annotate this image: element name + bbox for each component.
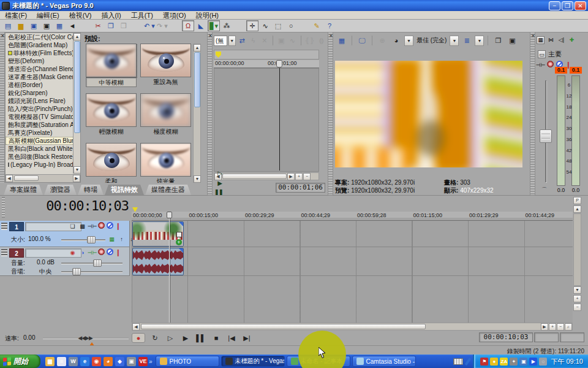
solo-icon[interactable]: ❙ <box>115 248 121 256</box>
stop-button[interactable]: ■ <box>211 333 222 343</box>
effect-list-item[interactable]: 飽和度調整(Saturation A <box>6 121 74 129</box>
audio-event-clip[interactable] <box>132 248 184 275</box>
sep[interactable] <box>130 20 143 31</box>
menu-item[interactable]: 選項(O) <box>158 11 191 20</box>
mute-icon[interactable] <box>107 248 113 255</box>
effect-list-item[interactable]: 陷入/突出(Pinch/Punch) <box>6 105 74 113</box>
go-to-start-button[interactable]: |◀ <box>226 333 237 343</box>
chevron-icon[interactable]: » <box>149 358 153 365</box>
pause-button[interactable]: ▌▌ <box>195 333 206 343</box>
sync-cursor-icon[interactable]: ⇄ <box>237 35 247 46</box>
selection-start-display[interactable] <box>534 332 559 342</box>
taskbar-task[interactable]: 未標題的 * - Vegas P... <box>221 356 285 367</box>
scroll-down-icon[interactable]: ▼ <box>74 166 81 174</box>
camera-icon[interactable]: ▣ <box>127 357 136 366</box>
hide-docking-button[interactable]: P <box>573 197 581 204</box>
notepad-icon[interactable]: ≡ <box>57 357 66 366</box>
preset-thumbnail[interactable] <box>140 143 191 177</box>
play-button[interactable]: ▶ <box>180 333 191 343</box>
scroll-up-icon[interactable]: ▲ <box>573 205 581 213</box>
close-icon[interactable]: ✕ <box>208 33 213 39</box>
keyframe-marker[interactable] <box>216 52 221 58</box>
effect-list-item[interactable]: 馬賽克(Pixelate) <box>6 129 74 137</box>
track-content-area[interactable] <box>132 221 573 323</box>
audio-track-header[interactable]: 2 ◉ ◑ ⊣⊢ ❙ 音量: 0.0 dB 音場: 中央 <box>0 247 130 276</box>
gear-icon[interactable] <box>98 248 105 255</box>
scroll-left-icon[interactable]: ◀ <box>132 323 140 331</box>
effect-list-item[interactable]: 色彩校正(二代)(Color Co <box>6 33 74 41</box>
preset-item[interactable]: 柔和 <box>86 143 137 183</box>
transport-time-display[interactable]: 00:00:10;03 <box>479 332 533 342</box>
panel-grip[interactable]: ✕ <box>530 33 535 195</box>
volume-slider[interactable] <box>93 259 102 267</box>
sep[interactable] <box>298 20 310 31</box>
timeline-current-time[interactable]: 00:00:10;03 <box>18 198 129 213</box>
new-project-icon[interactable]: ▤ <box>2 20 14 31</box>
copy-frame-icon[interactable]: ❐ <box>492 35 504 46</box>
restore-icon[interactable]: ▭ <box>538 50 546 58</box>
keyframe-canvas[interactable] <box>214 68 319 172</box>
external-monitor-icon[interactable]: 🖵 <box>356 35 368 46</box>
solo-icon[interactable]: ❙ <box>115 222 121 230</box>
keyframe-row[interactable] <box>214 50 319 59</box>
track-drag-handle[interactable] <box>1 223 7 230</box>
zoom-tool-icon[interactable]: ⌕ <box>565 323 572 331</box>
gear-icon[interactable] <box>98 222 105 229</box>
cursor-tool-icon[interactable]: ◄ <box>66 20 78 31</box>
effect-list-item[interactable]: 色階圖(Gradient Map) <box>6 41 74 49</box>
play-from-start-button[interactable]: ▷ <box>165 333 176 343</box>
minimize-button[interactable]: − <box>549 1 560 10</box>
preset-item[interactable]: 炫光暈 <box>140 143 191 183</box>
track-number[interactable]: 1 <box>9 222 24 231</box>
lock-envelopes-icon[interactable]: ▊▾ <box>208 20 220 31</box>
taskbar-task[interactable]: Camtasia Studio - Unti... <box>352 356 416 367</box>
video-track-header[interactable]: 1 ❏ ▩ ⊣⊢ ❙ 大小: 100.0 % ▦ ↑ ↓ <box>0 221 130 247</box>
messenger-icon[interactable]: ◆ <box>115 357 124 366</box>
close-button[interactable]: ✕ <box>575 1 586 10</box>
preview-color-icon[interactable]: ◕ <box>390 35 402 46</box>
preset-item[interactable]: 輕微模糊 <box>86 93 137 137</box>
gear-icon[interactable] <box>547 61 554 67</box>
cut-icon[interactable]: ✂ <box>92 20 104 31</box>
zoom-in-icon[interactable]: + <box>549 323 556 331</box>
zonealarm-tray-icon[interactable]: ZA <box>500 358 508 366</box>
start-button[interactable]: 開始 <box>0 355 40 368</box>
track-fx-icon[interactable]: ⊣⊢ <box>88 248 96 256</box>
dock-tab[interactable]: 專案媒體 <box>4 185 43 195</box>
effect-list-item[interactable]: 黑色回復(Black Restore) <box>6 153 74 161</box>
master-fader[interactable] <box>540 129 552 143</box>
insert-fx-icon[interactable]: ⊣⊢ <box>537 61 545 69</box>
pin-tray-icon[interactable]: ⚑ <box>480 358 488 366</box>
track-motion-icon[interactable]: ▦ <box>108 235 116 243</box>
loop-button[interactable]: ↻ <box>149 333 160 343</box>
effect-list-item[interactable]: 菲林特效(Film Effects) <box>6 49 74 57</box>
track-fx-icon[interactable]: ⊣⊢ <box>88 222 96 230</box>
util-tray-icon[interactable]: ✦ <box>510 358 518 366</box>
save-preset-icon[interactable]: ▣ <box>276 35 286 46</box>
shuttle-slider[interactable]: ◀◀▶▶ <box>77 334 93 342</box>
firefox-icon[interactable]: ◕ <box>104 357 113 366</box>
track-level-slider[interactable] <box>87 236 96 243</box>
sep[interactable] <box>233 20 246 31</box>
preset-thumbnail[interactable] <box>140 93 191 127</box>
preset-item[interactable]: 中等模糊 <box>86 44 137 87</box>
effect-list-item[interactable]: 高斯模糊(Gaussian Blur) <box>6 137 74 145</box>
dock-tab[interactable]: 瀏覽器 <box>44 185 77 195</box>
paste-keyframe-icon[interactable]: ⟬⟭ <box>317 35 326 46</box>
timeline-horizontal-scrollbar[interactable]: ◀ ▶ + − ⌕ <box>132 323 573 331</box>
keyframe-hscrollbar[interactable]: ◀ ▶ + − <box>214 172 319 180</box>
effects-vertical-scrollbar[interactable]: ▲ ▼ <box>73 33 80 174</box>
paste-icon[interactable]: ❒ <box>118 20 130 31</box>
volume-tray-icon[interactable]: ◌ <box>539 358 547 366</box>
delete-keyframe-icon[interactable]: ✕ <box>260 35 270 46</box>
envelope-edit-tool-icon[interactable]: ∿ <box>259 20 271 31</box>
dock-tab[interactable]: 媒體產生器 <box>145 185 191 195</box>
scroll-right-icon[interactable]: ▶ <box>541 323 548 331</box>
keyframe-playhead[interactable] <box>276 60 282 67</box>
effect-list-item[interactable]: 鏡頭光斑(Lens Flare) <box>6 97 74 105</box>
keyframe-ruler[interactable]: 00:00:00;00 00:00:01;00 <box>214 60 319 68</box>
effect-list-item[interactable]: 通道溶合(Channel Blend <box>6 65 74 73</box>
track-number[interactable]: 2 <box>9 248 24 258</box>
dock-tab[interactable]: 視訊特效 <box>105 185 144 195</box>
effect-list-item[interactable]: 黑和白(Black and White <box>6 145 74 153</box>
